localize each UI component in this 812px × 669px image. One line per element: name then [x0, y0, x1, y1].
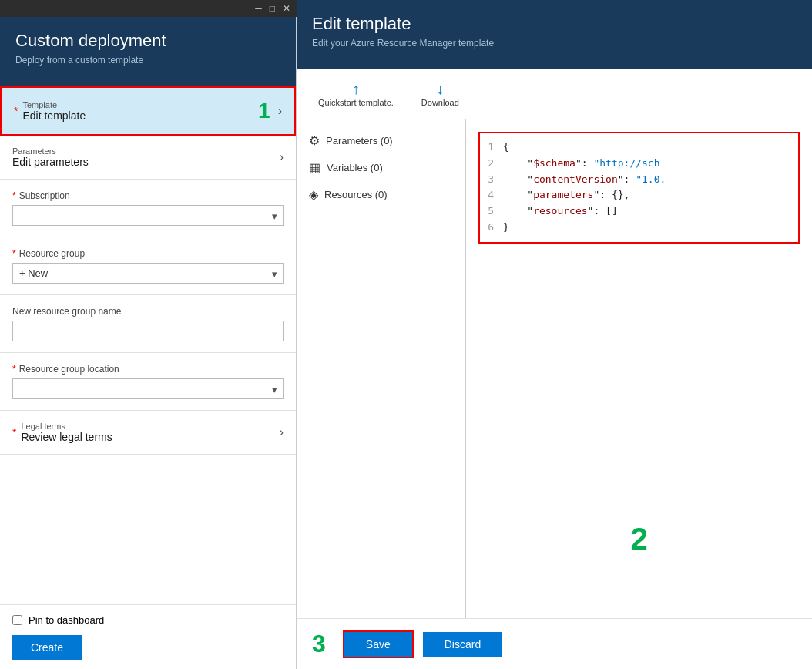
pin-row: Pin to dashboard	[12, 614, 284, 626]
right-footer: 3 Save Discard	[297, 618, 812, 669]
create-button[interactable]: Create	[12, 635, 82, 660]
save-button[interactable]: Save	[343, 630, 414, 658]
template-label: Template	[22, 100, 258, 109]
pin-label: Pin to dashboard	[29, 614, 104, 626]
rg-location-required-star: *	[12, 364, 16, 375]
right-panel: Edit template Edit your Azure Resource M…	[297, 0, 812, 669]
template-value: Edit template	[22, 109, 258, 122]
download-button[interactable]: ↓ Download	[415, 77, 465, 111]
left-title: Custom deployment	[15, 31, 280, 51]
rg-location-select[interactable]	[12, 378, 284, 399]
subscription-required-star: *	[12, 190, 16, 201]
line-num-1: 1	[480, 140, 503, 156]
parameters-item-content: Parameters Edit parameters	[12, 146, 280, 168]
template-required-star: *	[14, 105, 18, 117]
left-footer: Pin to dashboard Create	[0, 604, 296, 669]
rg-location-section: * Resource group location	[0, 353, 296, 411]
close-icon[interactable]: ✕	[283, 3, 290, 14]
resource-group-label: * Resource group	[12, 248, 284, 259]
subscription-select[interactable]	[12, 205, 284, 226]
nav-variables[interactable]: ▦ Variables (0)	[297, 154, 465, 181]
rg-required-star: *	[12, 248, 16, 259]
left-subtitle: Deploy from a custom template	[15, 55, 280, 66]
legal-chevron-icon: ›	[280, 425, 284, 439]
resource-group-section: * Resource group + New	[0, 237, 296, 295]
nav-variables-label: Variables (0)	[327, 162, 383, 173]
discard-button[interactable]: Discard	[423, 632, 502, 657]
line-num-5: 5	[480, 203, 503, 220]
nav-resources[interactable]: ◈ Resources (0)	[297, 181, 465, 208]
left-body: * Template Edit template 1 › Parameters …	[0, 86, 296, 604]
quickstart-label: Quickstart template.	[318, 98, 394, 107]
subscription-section: * Subscription	[0, 180, 296, 237]
code-line-2: 2 "$schema": "http://sch	[480, 156, 798, 172]
line-content-3: "contentVersion": "1.0.	[503, 172, 666, 188]
line-num-2: 2	[480, 156, 503, 172]
parameters-value: Edit parameters	[12, 156, 280, 168]
code-editor: 1 { 2 "$schema": "http://sch 3 "contentV…	[466, 119, 812, 618]
window-chrome: ─ □ ✕	[0, 0, 297, 17]
parameters-icon: ⚙	[309, 133, 320, 148]
line-content-6: }	[503, 220, 509, 236]
parameters-chevron-icon: ›	[280, 150, 284, 164]
new-rg-name-label: New resource group name	[12, 306, 284, 317]
nav-parameters[interactable]: ⚙ Parameters (0)	[297, 127, 465, 154]
right-body: ⚙ Parameters (0) ▦ Variables (0) ◈ Resou…	[297, 119, 812, 618]
legal-required-star: *	[12, 426, 16, 439]
step-1-number: 1	[258, 99, 270, 123]
code-line-3: 3 "contentVersion": "1.0.	[480, 172, 798, 188]
parameters-nav-item[interactable]: Parameters Edit parameters ›	[0, 136, 296, 180]
template-item-content: Template Edit template	[22, 100, 258, 122]
line-content-1: {	[503, 140, 509, 156]
right-title: Edit template	[312, 14, 797, 34]
resource-group-select[interactable]: + New	[12, 263, 284, 284]
code-box[interactable]: 1 { 2 "$schema": "http://sch 3 "contentV…	[478, 132, 800, 244]
parameters-label: Parameters	[12, 146, 280, 156]
code-line-1: 1 {	[480, 140, 798, 156]
restore-icon[interactable]: □	[270, 3, 275, 14]
legal-value: Review legal terms	[21, 431, 279, 443]
nav-parameters-label: Parameters (0)	[326, 135, 393, 146]
nav-resources-label: Resources (0)	[324, 189, 388, 200]
legal-label: Legal terms	[21, 422, 279, 431]
line-num-6: 6	[480, 220, 503, 236]
resources-icon: ◈	[309, 187, 318, 202]
rg-location-select-wrapper	[12, 378, 284, 399]
new-rg-name-section: New resource group name	[0, 295, 296, 353]
line-content-4: "parameters": {},	[503, 187, 629, 203]
quickstart-icon: ↑	[352, 81, 360, 96]
minimize-icon[interactable]: ─	[255, 3, 262, 14]
step-3-number: 3	[312, 630, 326, 658]
legal-terms-nav-item[interactable]: * Legal terms Review legal terms ›	[0, 411, 296, 455]
variables-icon: ▦	[309, 160, 320, 175]
legal-item-content: Legal terms Review legal terms	[21, 422, 279, 443]
line-num-3: 3	[480, 172, 503, 188]
line-content-2: "$schema": "http://sch	[503, 156, 660, 172]
download-label: Download	[421, 98, 459, 107]
template-chevron-icon: ›	[278, 104, 282, 118]
pin-checkbox[interactable]	[12, 615, 22, 625]
step-2-number: 2	[630, 522, 647, 556]
subscription-select-wrapper	[12, 205, 284, 226]
code-line-4: 4 "parameters": {},	[480, 187, 798, 203]
toolbar: ↑ Quickstart template. ↓ Download	[297, 69, 812, 119]
left-header: Custom deployment Deploy from a custom t…	[0, 17, 296, 86]
new-rg-name-input[interactable]	[12, 321, 284, 341]
template-nav-item[interactable]: * Template Edit template 1 ›	[0, 86, 296, 136]
code-line-6: 6 }	[480, 220, 798, 236]
resource-group-select-wrapper: + New	[12, 263, 284, 284]
subscription-label: * Subscription	[12, 190, 284, 201]
right-header: Edit template Edit your Azure Resource M…	[297, 0, 812, 69]
right-subtitle: Edit your Azure Resource Manager templat…	[312, 38, 797, 49]
line-num-4: 4	[480, 187, 503, 203]
quickstart-template-button[interactable]: ↑ Quickstart template.	[312, 77, 400, 111]
rg-location-label: * Resource group location	[12, 364, 284, 375]
template-navigator: ⚙ Parameters (0) ▦ Variables (0) ◈ Resou…	[297, 119, 466, 618]
line-content-5: "resources": []	[503, 203, 618, 220]
download-icon: ↓	[436, 81, 444, 96]
code-line-5: 5 "resources": []	[480, 203, 798, 220]
